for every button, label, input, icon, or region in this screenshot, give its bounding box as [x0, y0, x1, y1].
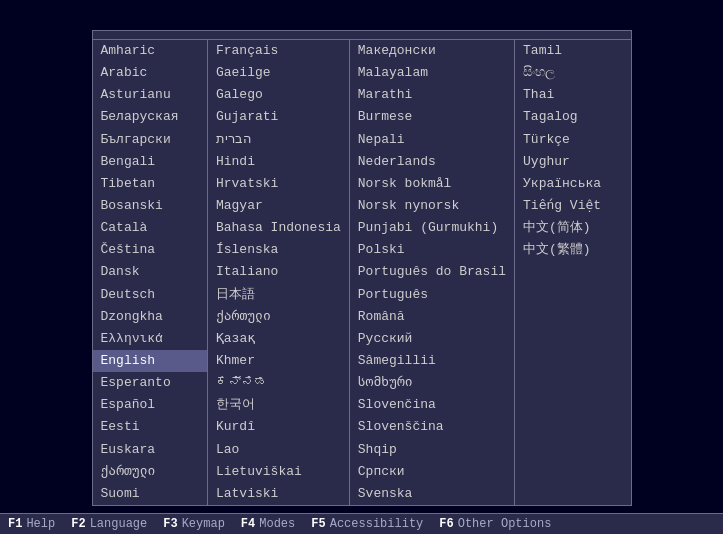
- footer-bar: F1HelpF2LanguageF3KeymapF4ModesF5Accessi…: [0, 513, 723, 534]
- footer-key: F4: [241, 517, 255, 531]
- language-item[interactable]: Hindi: [208, 151, 349, 173]
- language-item[interactable]: Bahasa Indonesia: [208, 217, 349, 239]
- footer-item-help[interactable]: F1Help: [8, 517, 55, 531]
- language-item[interactable]: Български: [93, 129, 207, 151]
- language-item[interactable]: Português do Brasil: [350, 261, 514, 283]
- language-item[interactable]: Türkçe: [515, 129, 630, 151]
- language-item[interactable]: Arabic: [93, 62, 207, 84]
- language-dialog: AmharicArabicAsturianuБеларускаяБългарск…: [92, 30, 632, 506]
- language-item[interactable]: Čeština: [93, 239, 207, 261]
- language-item[interactable]: Sâmegillii: [350, 350, 514, 372]
- language-item[interactable]: Euskara: [93, 439, 207, 461]
- language-item[interactable]: Español: [93, 394, 207, 416]
- language-item[interactable]: Deutsch: [93, 284, 207, 306]
- language-item[interactable]: English: [93, 350, 207, 372]
- language-item[interactable]: הברית: [208, 129, 349, 151]
- footer-item-keymap[interactable]: F3Keymap: [163, 517, 225, 531]
- language-item[interactable]: Tagalog: [515, 106, 630, 128]
- language-item[interactable]: Thai: [515, 84, 630, 106]
- language-item[interactable]: Punjabi (Gurmukhi): [350, 217, 514, 239]
- language-item[interactable]: 한국어: [208, 394, 349, 416]
- language-item[interactable]: Lietuviškai: [208, 461, 349, 483]
- footer-label: Language: [90, 517, 148, 531]
- language-column-2: МакедонскиMalayalamMarathiBurmeseNepaliN…: [350, 40, 515, 505]
- language-item[interactable]: Kurdî: [208, 416, 349, 438]
- language-item[interactable]: Italiano: [208, 261, 349, 283]
- language-column-1: FrançaisGaeilgeGalegoGujaratiהבריתHindiH…: [208, 40, 350, 505]
- footer-label: Help: [26, 517, 55, 531]
- language-item[interactable]: ქართული: [93, 461, 207, 483]
- dialog-title: [93, 31, 631, 40]
- language-item[interactable]: Norsk bokmål: [350, 173, 514, 195]
- footer-item-modes[interactable]: F4Modes: [241, 517, 295, 531]
- footer-key: F3: [163, 517, 177, 531]
- footer-key: F1: [8, 517, 22, 531]
- language-item[interactable]: Íslenska: [208, 239, 349, 261]
- footer-key: F5: [311, 517, 325, 531]
- language-item[interactable]: Русский: [350, 328, 514, 350]
- language-item[interactable]: Marathi: [350, 84, 514, 106]
- main-window: AmharicArabicAsturianuБеларускаяБългарск…: [0, 0, 723, 534]
- language-item[interactable]: Беларуская: [93, 106, 207, 128]
- language-item[interactable]: Tamil: [515, 40, 630, 62]
- language-column-3: TamilසිංහලThaiTagalogTürkçeUyghurУкраїнс…: [515, 40, 630, 505]
- language-item[interactable]: Magyar: [208, 195, 349, 217]
- language-item[interactable]: Suomi: [93, 483, 207, 505]
- language-item[interactable]: Gaeilge: [208, 62, 349, 84]
- language-item[interactable]: Khmer: [208, 350, 349, 372]
- language-item[interactable]: Polski: [350, 239, 514, 261]
- language-item[interactable]: Bengali: [93, 151, 207, 173]
- language-item[interactable]: Malayalam: [350, 62, 514, 84]
- language-item[interactable]: Shqip: [350, 439, 514, 461]
- language-item[interactable]: Português: [350, 284, 514, 306]
- footer-item-accessibility[interactable]: F5Accessibility: [311, 517, 423, 531]
- language-item[interactable]: Tiếng Việt: [515, 195, 630, 217]
- language-item[interactable]: Dansk: [93, 261, 207, 283]
- language-grid: AmharicArabicAsturianuБеларускаяБългарск…: [93, 40, 631, 505]
- language-item[interactable]: Українська: [515, 173, 630, 195]
- language-column-0: AmharicArabicAsturianuБеларускаяБългарск…: [93, 40, 208, 505]
- footer-label: Other Options: [458, 517, 552, 531]
- footer-label: Accessibility: [330, 517, 424, 531]
- language-item[interactable]: 日本語: [208, 284, 349, 306]
- language-item[interactable]: Latviski: [208, 483, 349, 505]
- language-item[interactable]: සිංහල: [515, 62, 630, 84]
- language-item[interactable]: Gujarati: [208, 106, 349, 128]
- language-item[interactable]: Svenska: [350, 483, 514, 505]
- language-item[interactable]: 中文(繁體): [515, 239, 630, 261]
- language-item[interactable]: Српски: [350, 461, 514, 483]
- language-item[interactable]: Dzongkha: [93, 306, 207, 328]
- language-item: [515, 281, 630, 283]
- language-item[interactable]: Hrvatski: [208, 173, 349, 195]
- footer-item-language[interactable]: F2Language: [71, 517, 147, 531]
- language-item[interactable]: Македонски: [350, 40, 514, 62]
- language-item[interactable]: Nepali: [350, 129, 514, 151]
- language-item[interactable]: ಕನ್ನಡ: [208, 372, 349, 394]
- language-item[interactable]: Slovenščina: [350, 416, 514, 438]
- language-item[interactable]: Galego: [208, 84, 349, 106]
- language-item[interactable]: 中文(简体): [515, 217, 630, 239]
- language-item[interactable]: Nederlands: [350, 151, 514, 173]
- language-item[interactable]: Asturianu: [93, 84, 207, 106]
- language-item[interactable]: Norsk nynorsk: [350, 195, 514, 217]
- language-item[interactable]: Eesti: [93, 416, 207, 438]
- language-item[interactable]: Uyghur: [515, 151, 630, 173]
- language-item[interactable]: ქართული: [208, 306, 349, 328]
- language-item[interactable]: Esperanto: [93, 372, 207, 394]
- language-item[interactable]: Slovenčina: [350, 394, 514, 416]
- language-item[interactable]: Bosanski: [93, 195, 207, 217]
- language-item[interactable]: Română: [350, 306, 514, 328]
- footer-label: Modes: [259, 517, 295, 531]
- language-item[interactable]: Қазақ: [208, 328, 349, 350]
- footer-item-other-options[interactable]: F6Other Options: [439, 517, 551, 531]
- language-item[interactable]: Amharic: [93, 40, 207, 62]
- language-item[interactable]: Français: [208, 40, 349, 62]
- footer-key: F6: [439, 517, 453, 531]
- language-item[interactable]: Lao: [208, 439, 349, 461]
- language-item[interactable]: სომხური: [350, 372, 514, 394]
- footer-key: F2: [71, 517, 85, 531]
- language-item[interactable]: Tibetan: [93, 173, 207, 195]
- language-item[interactable]: Català: [93, 217, 207, 239]
- language-item[interactable]: Ελληνικά: [93, 328, 207, 350]
- language-item[interactable]: Burmese: [350, 106, 514, 128]
